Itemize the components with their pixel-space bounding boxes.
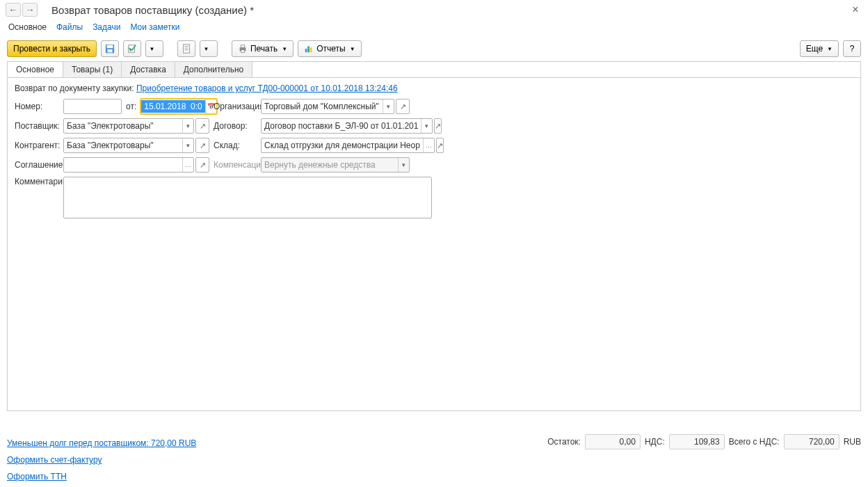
comment-input[interactable] bbox=[63, 177, 432, 218]
post-button[interactable] bbox=[123, 40, 141, 57]
caret-down-icon: ▼ bbox=[282, 46, 287, 52]
date-input[interactable]: 📅 bbox=[140, 99, 217, 114]
open-ref-button[interactable]: ↗ bbox=[436, 138, 444, 153]
print-button[interactable]: Печать ▼ bbox=[232, 40, 294, 57]
svg-rect-13 bbox=[241, 50, 244, 53]
post-and-close-button[interactable]: Провести и закрыть bbox=[7, 40, 97, 57]
number-input[interactable] bbox=[63, 99, 122, 114]
svg-rect-15 bbox=[307, 47, 310, 53]
save-button[interactable] bbox=[101, 40, 119, 57]
ellipsis-icon[interactable]: … bbox=[182, 158, 193, 172]
linktab-notes[interactable]: Мои заметки bbox=[130, 22, 179, 32]
dropdown-icon[interactable]: ▾ bbox=[421, 119, 432, 133]
contract-input[interactable]: Договор поставки Б_ЭЛ-90 от 01.01.201 ▾ bbox=[261, 118, 433, 134]
svg-rect-12 bbox=[241, 45, 244, 48]
nav-back-button[interactable]: ← bbox=[6, 3, 21, 17]
svg-rect-5 bbox=[184, 45, 190, 53]
open-ref-button[interactable]: ↗ bbox=[195, 157, 209, 173]
vat-label: НДС: bbox=[645, 437, 665, 447]
caret-down-icon: ▼ bbox=[350, 46, 355, 52]
svg-rect-16 bbox=[310, 47, 312, 52]
close-button[interactable]: × bbox=[849, 3, 862, 16]
dropdown-icon[interactable]: ▾ bbox=[383, 99, 394, 113]
svg-rect-2 bbox=[107, 49, 112, 52]
org-label: Организация: bbox=[214, 102, 257, 111]
supplier-input[interactable]: База "Электротовары" ▾ bbox=[63, 118, 194, 134]
debt-link[interactable]: Уменьшен долг перед поставщиком: 720,00 … bbox=[7, 438, 196, 448]
reports-button[interactable]: Отчеты ▼ bbox=[298, 40, 361, 57]
total-label: Всего с НДС: bbox=[729, 437, 780, 447]
total-value: 720,00 bbox=[784, 434, 839, 449]
linktab-files[interactable]: Файлы bbox=[56, 22, 83, 32]
linktab-main[interactable]: Основное bbox=[8, 22, 47, 32]
ellipsis-icon[interactable]: … bbox=[423, 138, 434, 152]
compensation-label: Компенсация: bbox=[214, 160, 257, 170]
open-ref-button[interactable]: ↗ bbox=[195, 118, 209, 134]
counterparty-label: Контрагент: bbox=[15, 141, 59, 150]
chart-icon bbox=[304, 44, 314, 54]
tab-main[interactable]: Основное bbox=[8, 62, 63, 77]
tab-goods[interactable]: Товары (1) bbox=[63, 62, 122, 77]
caret-down-icon: ▼ bbox=[827, 46, 833, 52]
svg-rect-14 bbox=[305, 49, 307, 52]
open-ref-button[interactable]: ↗ bbox=[195, 138, 209, 153]
ttn-link[interactable]: Оформить ТТН bbox=[7, 472, 196, 481]
dropdown-icon: ▾ bbox=[398, 158, 409, 172]
create-based-on-button[interactable]: ▼ bbox=[145, 40, 163, 57]
doc-button-2[interactable]: ▼ bbox=[200, 40, 218, 57]
vat-value: 109,83 bbox=[669, 434, 725, 449]
agreement-label: Соглашение: bbox=[15, 160, 59, 170]
window-title: Возврат товаров поставщику (создание) * bbox=[51, 4, 849, 16]
help-button[interactable]: ? bbox=[843, 40, 861, 57]
warehouse-input[interactable]: Склад отгрузки для демонстрации Неор … bbox=[261, 138, 435, 153]
counterparty-input[interactable]: База "Электротовары" ▾ bbox=[63, 138, 194, 153]
agreement-input[interactable]: … bbox=[63, 157, 194, 173]
svg-rect-1 bbox=[107, 45, 113, 48]
doc-icon bbox=[182, 44, 191, 54]
invoice-link[interactable]: Оформить счет-фактуру bbox=[7, 455, 196, 465]
balance-value: 0,00 bbox=[585, 434, 641, 449]
linktab-tasks[interactable]: Задачи bbox=[93, 22, 120, 32]
contract-label: Договор: bbox=[214, 121, 257, 131]
org-input[interactable]: Торговый дом "Комплексный" ▾ bbox=[261, 99, 394, 114]
compensation-input: Вернуть денежные средства ▾ bbox=[261, 157, 410, 173]
printer-icon bbox=[238, 44, 248, 54]
number-label: Номер: bbox=[15, 102, 59, 111]
open-ref-button[interactable]: ↗ bbox=[396, 99, 410, 114]
dropdown-icon[interactable]: ▾ bbox=[182, 119, 193, 133]
post-icon bbox=[127, 44, 137, 54]
source-doc-label: Возврат по документу закупки: bbox=[15, 83, 134, 93]
tab-delivery[interactable]: Доставка bbox=[122, 62, 175, 77]
caret-down-icon: ▼ bbox=[203, 46, 209, 52]
open-ref-button[interactable]: ↗ bbox=[434, 118, 442, 134]
nav-forward-button[interactable]: → bbox=[22, 3, 38, 17]
source-doc-link[interactable]: Приобретение товаров и услуг ТД00-000001… bbox=[136, 83, 398, 93]
comment-label: Комментарий: bbox=[15, 177, 59, 186]
balance-label: Остаток: bbox=[547, 437, 581, 447]
more-button[interactable]: Еще ▼ bbox=[800, 40, 839, 57]
currency-label: RUB bbox=[844, 437, 861, 447]
caret-down-icon: ▼ bbox=[149, 46, 154, 52]
supplier-label: Поставщик: bbox=[15, 121, 59, 131]
dropdown-icon[interactable]: ▾ bbox=[182, 138, 193, 152]
doc-button-1[interactable] bbox=[177, 40, 195, 57]
tab-extra[interactable]: Дополнительно bbox=[175, 62, 252, 77]
save-icon bbox=[105, 44, 115, 54]
from-label: от: bbox=[126, 102, 136, 111]
warehouse-label: Склад: bbox=[214, 141, 257, 150]
